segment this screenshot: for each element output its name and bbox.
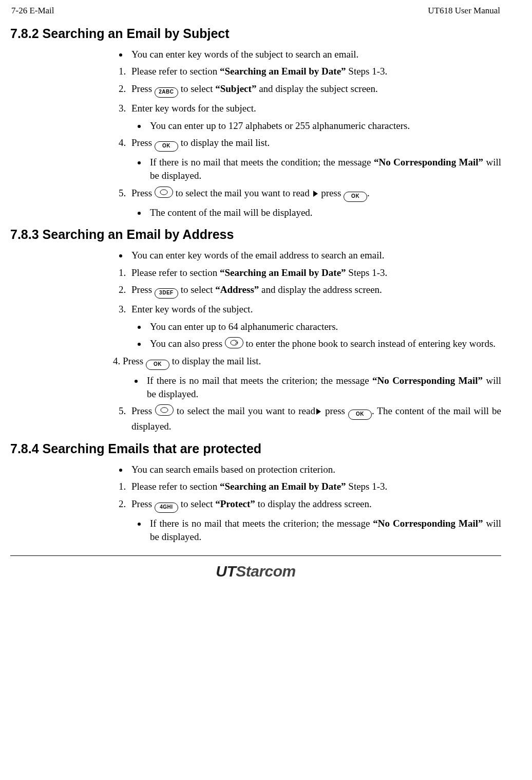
section-782-body: You can enter key words of the subject t… <box>113 48 501 219</box>
step-4: Press OK to display the mail list. If th… <box>128 136 501 182</box>
key-ok-icon: OK <box>348 410 372 420</box>
svg-point-0 <box>160 190 167 195</box>
step-1: Please refer to section “Searching an Em… <box>128 266 501 280</box>
sub-bullet: You can enter up to 64 alphanumeric char… <box>147 320 501 333</box>
nav-circle-icon <box>155 187 173 198</box>
sub-bullet: If there is no mail that meets the crite… <box>147 517 501 543</box>
section-heading-782: 7.8.2 Searching an Email by Subject <box>10 25 501 43</box>
step-2: Press 3DEF to select “Address” and displ… <box>128 283 501 299</box>
section-heading-783: 7.8.3 Searching an Email by Address <box>10 226 501 244</box>
sub-bullet: You can enter up to 127 alphabets or 255… <box>147 119 501 133</box>
section-783-body: You can enter key words of the email add… <box>113 249 501 433</box>
header-left: 7-26 E-Mail <box>11 5 54 17</box>
section-784-body: You can search emails based on protectio… <box>113 463 501 544</box>
bullet: You can enter key words of the subject t… <box>128 48 501 61</box>
key-2abc-icon: 2ABC <box>155 87 178 98</box>
svg-point-1 <box>231 340 238 345</box>
footer-logo: UTStarcom <box>10 559 501 584</box>
section-heading-784: 7.8.4 Searching Emails that are protecte… <box>10 440 501 458</box>
sub-bullet: If there is no mail that meets the crite… <box>144 374 501 400</box>
step-3: Enter key words for the subject. You can… <box>128 102 501 132</box>
page-header: 7-26 E-Mail UT618 User Manual <box>10 5 501 18</box>
sub-bullet: The content of the mail will be displaye… <box>147 206 501 219</box>
header-right: UT618 User Manual <box>428 5 500 17</box>
step-2: Press 4GHI to select “Protect” to displa… <box>128 497 501 543</box>
bullet: You can search emails based on protectio… <box>128 463 501 476</box>
key-4ghi-icon: 4GHI <box>155 503 178 513</box>
nav-circle-icon <box>155 404 174 416</box>
key-ok-icon: OK <box>155 141 178 152</box>
step-3: Enter key words of the subject. You can … <box>128 303 501 350</box>
footer-rule <box>10 555 501 556</box>
step-1: Please refer to section “Searching an Em… <box>128 480 501 493</box>
svg-point-2 <box>161 407 168 413</box>
arrow-right-icon <box>313 191 318 197</box>
key-ok-icon: OK <box>344 192 367 202</box>
logo-starcom: Starcom <box>236 563 296 580</box>
arrow-right-icon <box>316 408 321 415</box>
step-5: Press to select the mail you want to rea… <box>128 187 501 219</box>
step-2: Press 2ABC to select “Subject” and displ… <box>128 82 501 98</box>
nav-right-icon <box>225 337 243 348</box>
logo-ut: UT <box>216 563 236 580</box>
key-3def-icon: 3DEF <box>155 288 178 299</box>
sub-bullet: If there is no mail that meets the condi… <box>147 156 501 182</box>
key-ok-icon: OK <box>146 360 169 370</box>
sub-bullet: You can also press to enter the phone bo… <box>147 337 501 350</box>
bullet: You can enter key words of the email add… <box>128 249 501 262</box>
step-1: Please refer to section “Searching an Em… <box>128 65 501 78</box>
step-5: Press to select the mail you want to rea… <box>128 404 501 433</box>
step-4-outside: 4. Press OK to display the mail list. <box>113 355 501 370</box>
